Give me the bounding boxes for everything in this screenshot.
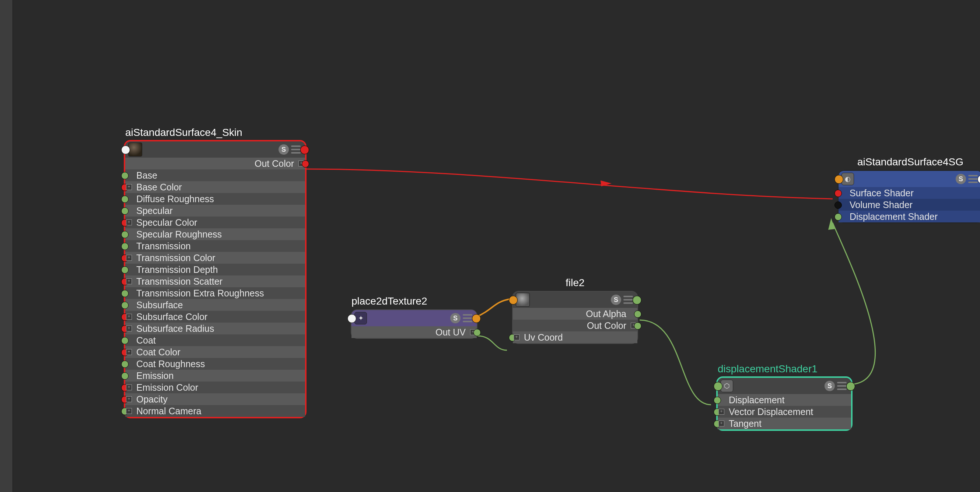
node-output-port[interactable] <box>633 296 641 305</box>
input-port[interactable] <box>121 243 129 250</box>
attr-out-uv[interactable]: Out UV <box>352 326 477 338</box>
node-title: displacementShader1 <box>718 363 851 375</box>
shading-group-icon: ◐ <box>842 173 854 185</box>
expand-icon[interactable] <box>126 255 132 261</box>
attr-volume-shader[interactable]: Volume Shader <box>838 199 980 211</box>
expand-icon[interactable] <box>514 334 519 340</box>
solo-icon[interactable]: S <box>450 313 461 323</box>
input-port[interactable] <box>121 372 129 380</box>
node-shading-group[interactable]: aiStandardSurface4SG ◐ S Surface ShaderV… <box>838 170 980 223</box>
node-editor-canvas[interactable]: aiStandardSurface4_Skin S Out Color Base… <box>0 0 980 492</box>
attr-subsurface-radius[interactable]: Subsurface Radius <box>125 322 305 334</box>
attr-out-color[interactable]: Out Color <box>125 158 305 170</box>
menu-icon[interactable] <box>624 296 633 304</box>
attr-vector-displacement[interactable]: Vector Displacement <box>718 406 851 417</box>
node-output-port[interactable] <box>846 382 855 391</box>
attr-emission-color[interactable]: Emission Color <box>125 381 305 393</box>
input-port[interactable] <box>121 302 129 309</box>
input-port[interactable] <box>121 337 129 344</box>
node-displacement-shader[interactable]: displacementShader1 ⬡ S DisplacementVect… <box>716 376 853 431</box>
attr-uv-coord[interactable]: Uv Coord <box>513 332 637 343</box>
input-port[interactable] <box>714 397 721 404</box>
attr-tangent[interactable]: Tangent <box>718 417 851 429</box>
attr-subsurface-color[interactable]: Subsurface Color <box>125 311 305 322</box>
node-input-port[interactable] <box>714 382 722 391</box>
input-port[interactable] <box>834 202 842 209</box>
expand-icon[interactable] <box>126 278 132 284</box>
input-port[interactable] <box>121 172 129 179</box>
svg-marker-1 <box>828 218 835 230</box>
input-port[interactable] <box>121 266 129 274</box>
output-port[interactable] <box>302 160 309 168</box>
expand-icon[interactable] <box>126 184 132 190</box>
node-header[interactable]: S <box>513 292 637 308</box>
attr-coat-roughness[interactable]: Coat Roughness <box>125 358 305 370</box>
expand-icon[interactable] <box>718 421 724 427</box>
node-input-port[interactable] <box>509 296 518 305</box>
attr-out-color[interactable]: Out Color <box>513 320 637 332</box>
input-port[interactable] <box>121 360 129 368</box>
expand-icon[interactable] <box>126 408 132 414</box>
node-title: file2 <box>513 277 637 289</box>
node-input-port[interactable] <box>121 146 130 154</box>
attr-transmission-color[interactable]: Transmission Color <box>125 252 305 263</box>
menu-icon[interactable] <box>968 175 978 183</box>
node-place2dtexture[interactable]: place2dTexture2 ✦ S Out UV <box>351 309 477 339</box>
attr-base-color[interactable]: Base Color <box>125 181 305 193</box>
node-output-port[interactable] <box>977 175 980 184</box>
menu-icon[interactable] <box>291 146 301 154</box>
place2d-icon: ✦ <box>355 312 367 324</box>
expand-icon[interactable] <box>718 409 724 415</box>
node-file[interactable]: file2 S Out Alpha Out Color Uv Coord <box>512 291 638 344</box>
attr-coat[interactable]: Coat <box>125 334 305 346</box>
node-header[interactable]: ⬡ S <box>718 378 851 394</box>
output-port[interactable] <box>473 329 481 336</box>
input-port[interactable] <box>834 190 842 197</box>
expand-icon[interactable] <box>126 396 132 402</box>
node-header[interactable]: ◐ S <box>838 171 980 187</box>
attr-out-alpha[interactable]: Out Alpha <box>513 308 637 320</box>
solo-icon[interactable]: S <box>278 144 289 155</box>
solo-icon[interactable]: S <box>824 381 835 391</box>
node-output-port[interactable] <box>472 314 481 323</box>
input-port[interactable] <box>121 231 129 238</box>
node-header[interactable]: ✦ S <box>352 310 477 326</box>
attr-specular-roughness[interactable]: Specular Roughness <box>125 229 305 240</box>
input-port[interactable] <box>834 213 842 221</box>
attr-surface-shader[interactable]: Surface Shader <box>838 187 980 199</box>
output-port[interactable] <box>634 322 641 330</box>
attr-transmission-scatter[interactable]: Transmission Scatter <box>125 275 305 287</box>
attr-specular[interactable]: Specular <box>125 205 305 217</box>
attr-coat-color[interactable]: Coat Color <box>125 346 305 358</box>
node-input-assignment-port[interactable] <box>834 175 843 184</box>
attr-emission[interactable]: Emission <box>125 370 305 381</box>
expand-icon[interactable] <box>126 349 132 355</box>
attr-displacement[interactable]: Displacement <box>718 394 851 406</box>
expand-icon[interactable] <box>126 384 132 390</box>
solo-icon[interactable]: S <box>611 295 621 305</box>
attr-displacement-shader[interactable]: Displacement Shader <box>838 211 980 222</box>
menu-icon[interactable] <box>463 314 473 322</box>
solo-icon[interactable]: S <box>956 174 966 184</box>
attr-diffuse-roughness[interactable]: Diffuse Roughness <box>125 193 305 205</box>
output-port[interactable] <box>634 310 641 318</box>
expand-icon[interactable] <box>126 314 132 320</box>
attr-base[interactable]: Base <box>125 170 305 181</box>
node-input-port[interactable] <box>347 314 356 323</box>
attr-normal-camera[interactable]: Normal Camera <box>125 405 305 417</box>
input-port[interactable] <box>121 290 129 297</box>
attr-transmission-extra-roughness[interactable]: Transmission Extra Roughness <box>125 287 305 299</box>
node-header[interactable]: S <box>125 141 305 158</box>
input-port[interactable] <box>121 207 129 215</box>
attr-transmission-depth[interactable]: Transmission Depth <box>125 263 305 275</box>
input-port[interactable] <box>121 195 129 203</box>
node-output-port[interactable] <box>300 146 309 154</box>
expand-icon[interactable] <box>126 219 132 225</box>
attr-opacity[interactable]: Opacity <box>125 393 305 405</box>
expand-icon[interactable] <box>126 325 132 332</box>
menu-icon[interactable] <box>837 382 846 390</box>
node-aistandardsurface[interactable]: aiStandardSurface4_Skin S Out Color Base… <box>124 140 307 418</box>
attr-transmission[interactable]: Transmission <box>125 240 305 252</box>
attr-specular-color[interactable]: Specular Color <box>125 217 305 229</box>
attr-subsurface[interactable]: Subsurface <box>125 299 305 311</box>
